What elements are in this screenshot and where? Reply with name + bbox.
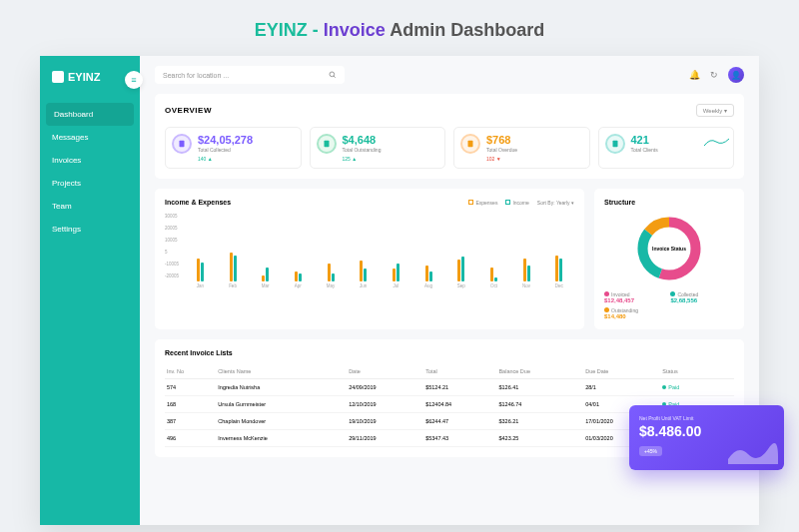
bar-group: Feb [218, 217, 249, 288]
donut-chart: Invoice Status [634, 214, 704, 283]
svg-rect-4 [468, 141, 473, 148]
stat-icon [460, 134, 480, 154]
wave-icon [728, 439, 778, 464]
stat-icon [317, 134, 337, 154]
income-expenses-card: Income & Expenses Expenses Income Sort B… [155, 189, 584, 329]
stat-card: 421Total Clients [598, 127, 735, 169]
bar-group: Oct [478, 217, 509, 288]
legend-item: Outstanding$14,480 [604, 307, 666, 319]
sidebar-item-settings[interactable]: Settings [40, 218, 140, 241]
overview-title: OVERVIEW [165, 106, 212, 115]
svg-rect-2 [180, 141, 185, 148]
profit-badge: +45% [639, 446, 662, 456]
column-header: Total [423, 364, 496, 379]
stat-card: $24,05,278Total Collected140 ▲ [165, 127, 302, 169]
avatar[interactable]: 👤 [728, 67, 744, 83]
chart-title: Income & Expenses [165, 199, 231, 206]
stat-card: $4,648Total Outstanding125 ▲ [310, 127, 446, 169]
column-header: Inv. No [165, 364, 216, 379]
topbar: Search for location ... 🔔 ↻ 👤 [155, 66, 744, 84]
table-title: Recent Invoice Lists [165, 349, 734, 356]
sidebar-item-messages[interactable]: Messages [40, 126, 140, 149]
sidebar-item-invoices[interactable]: Invoices [40, 149, 140, 172]
bar-chart: 3000520005100055-10005-20005 JanFebMarAp… [165, 214, 574, 288]
bar-group: May [316, 217, 347, 288]
sparkline-icon [704, 136, 729, 148]
stat-icon [605, 134, 625, 154]
svg-point-0 [330, 72, 335, 77]
bar-group: Sep [445, 217, 476, 288]
stat-icon [172, 134, 192, 154]
overview-card: OVERVIEW Weekly ▾ $24,05,278Total Collec… [155, 94, 744, 179]
page-title: EYINZ - Invoice Admin Dashboard [0, 20, 799, 41]
sort-dropdown[interactable]: Yearly ▾ [556, 200, 574, 206]
sidebar-item-dashboard[interactable]: Dashboard [46, 103, 134, 126]
column-header: Balance Due [496, 364, 583, 379]
column-header: Date [347, 364, 423, 379]
svg-rect-3 [324, 141, 329, 148]
column-header: Status [660, 364, 734, 379]
app-window: EYINZ DashboardMessagesInvoicesProjectsT… [40, 56, 759, 525]
notification-icon[interactable]: 🔔 [689, 70, 700, 80]
bar-group: Nov [511, 217, 542, 288]
legend-item: Collected$2,68,556 [670, 291, 732, 303]
menu-toggle-button[interactable]: ≡ [125, 71, 143, 89]
legend-item: Invoiced$12,48,457 [604, 291, 666, 303]
column-header: Clients Name [216, 364, 347, 379]
svg-rect-5 [612, 141, 617, 148]
bar-group: Apr [283, 217, 314, 288]
svg-line-1 [334, 76, 336, 78]
bar-group: Dec [543, 217, 574, 288]
overview-filter-dropdown[interactable]: Weekly ▾ [696, 104, 734, 117]
refresh-icon[interactable]: ↻ [710, 70, 718, 80]
chart-legend: Expenses Income Sort By: Yearly ▾ [468, 200, 574, 206]
sidebar: EYINZ DashboardMessagesInvoicesProjectsT… [40, 56, 140, 525]
logo-icon [52, 71, 64, 83]
structure-title: Structure [604, 199, 734, 206]
table-row[interactable]: 574Ingredia Nutrisha24/09/2019$5124.21$1… [165, 379, 734, 396]
bar-group: Jan [185, 217, 216, 288]
sidebar-item-team[interactable]: Team [40, 195, 140, 218]
structure-card: Structure Invoice Status Invoiced$12,48,… [594, 189, 744, 329]
search-icon [329, 71, 337, 79]
sidebar-item-projects[interactable]: Projects [40, 172, 140, 195]
bar-group: Jun [348, 217, 379, 288]
status-badge: Paid [662, 384, 679, 390]
bar-group: Mar [250, 217, 281, 288]
net-profit-card: Net Profit Until VAT Limit $8.486.00 +45… [629, 405, 784, 470]
search-input[interactable]: Search for location ... [155, 66, 345, 84]
nav-list: DashboardMessagesInvoicesProjectsTeamSet… [40, 103, 140, 241]
stat-card: $768Total Overdue102 ▼ [453, 127, 590, 169]
column-header: Due Date [583, 364, 660, 379]
bar-group: Jul [381, 217, 411, 288]
bar-group: Aug [413, 217, 444, 288]
